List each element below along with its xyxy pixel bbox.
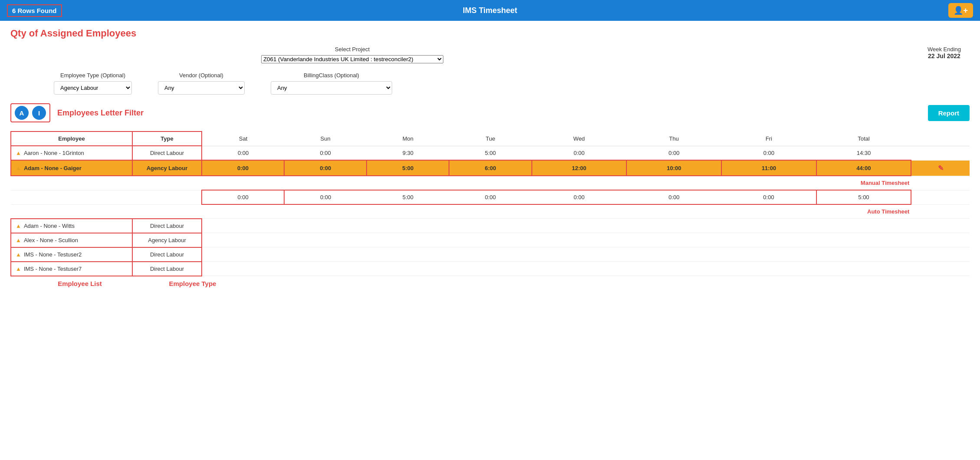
- app-header: 6 Rows Found IMS Timesheet 👤+: [0, 0, 980, 21]
- table-row-thu: 0:00: [626, 146, 721, 160]
- vendor-dropdown[interactable]: Any: [158, 81, 245, 95]
- table-row-sat: [202, 247, 284, 262]
- table-row-sun: [284, 219, 367, 233]
- table-row-type: Agency Labour: [132, 160, 202, 176]
- col-header-total: Total: [816, 131, 911, 146]
- billing-class-dropdown[interactable]: Any: [271, 81, 392, 95]
- table-row-sat: [202, 262, 284, 276]
- table-row-employee: ▲Alex - None - Scullion: [11, 233, 132, 247]
- sub-data-tue: 0:00: [449, 190, 531, 204]
- table-row-wed: [532, 219, 627, 233]
- filter-btn-i[interactable]: I: [32, 106, 46, 120]
- col-header-sun: Sun: [284, 131, 367, 146]
- employee-icon: ▲: [16, 251, 21, 258]
- table-row-total: [816, 219, 911, 233]
- table-row-total: [816, 247, 911, 262]
- employee-type-dropdown[interactable]: Agency Labour Direct Labour Any: [54, 81, 132, 95]
- sub-data-type: [132, 190, 202, 204]
- rows-found-badge: 6 Rows Found: [7, 4, 62, 17]
- table-row-sun: 0:00: [284, 146, 367, 160]
- employee-icon: ▲: [16, 223, 21, 229]
- sub-data-sun: 0:00: [284, 190, 367, 204]
- table-row-wed: 0:00: [532, 146, 627, 160]
- sub-row-type: [132, 176, 202, 190]
- table-row-wed: [532, 247, 627, 262]
- select-project-dropdown[interactable]: Z061 (Vanderlande Industries UK Limited …: [261, 55, 443, 63]
- billing-class-group: BillingClass (Optional) Any: [271, 72, 392, 95]
- filter-label: Employees Letter Filter: [57, 108, 144, 118]
- table-row-sun: 0:00: [284, 160, 367, 176]
- filter-btn-a[interactable]: A: [15, 106, 29, 120]
- table-row-total: 44:00: [816, 160, 911, 176]
- main-content: Qty of Assigned Employees Select Project…: [0, 21, 980, 460]
- table-row-sun: [284, 247, 367, 262]
- table-row-fri: 11:00: [721, 160, 816, 176]
- employee-icon: ▲: [16, 237, 21, 243]
- sub-data-employee: [11, 190, 132, 204]
- sub-data-mon: 5:00: [367, 190, 449, 204]
- table-row-action: [911, 233, 970, 247]
- auto-timesheet-label: Auto Timesheet: [202, 204, 911, 219]
- table-row-fri: [721, 233, 816, 247]
- table-row-mon: [367, 262, 449, 276]
- sub-row2-employee: [11, 204, 132, 219]
- bottom-labels: Employee List Employee Type: [10, 280, 970, 287]
- table-row-thu: [626, 233, 721, 247]
- employee-type-group: Employee Type (Optional) Agency Labour D…: [54, 72, 132, 95]
- sub-row2-type: [132, 204, 202, 219]
- table-row-action: [911, 247, 970, 262]
- timesheet-table: Employee Type Sat Sun Mon Tue Wed Thu Fr…: [10, 131, 970, 276]
- table-row-tue: [449, 247, 531, 262]
- col-header-wed: Wed: [532, 131, 627, 146]
- page-title: Qty of Assigned Employees: [10, 28, 970, 39]
- table-row-sat: [202, 219, 284, 233]
- col-header-tue: Tue: [449, 131, 531, 146]
- table-row-thu: [626, 247, 721, 262]
- table-row-mon: 5:00: [367, 160, 449, 176]
- table-row-wed: [532, 262, 627, 276]
- table-row-fri: 0:00: [721, 146, 816, 160]
- col-header-fri: Fri: [721, 131, 816, 146]
- sub-data-fri: 0:00: [721, 190, 816, 204]
- table-row-mon: [367, 247, 449, 262]
- table-row-sat: 0:00: [202, 160, 284, 176]
- col-header-sat: Sat: [202, 131, 284, 146]
- table-row-mon: [367, 233, 449, 247]
- table-row-thu: [626, 262, 721, 276]
- sub-row-employee: [11, 176, 132, 190]
- col-header-type: Type: [132, 131, 202, 146]
- table-row-tue: [449, 219, 531, 233]
- table-row-type: Agency Labour: [132, 233, 202, 247]
- table-row-type: Direct Labour: [132, 219, 202, 233]
- table-row-tue: [449, 262, 531, 276]
- edit-icon[interactable]: ✎: [938, 164, 944, 172]
- manual-timesheet-label: Manual Timesheet: [202, 176, 911, 190]
- sub-data-sat: 0:00: [202, 190, 284, 204]
- table-row-employee: ▲Aaron - None - 1Grinton: [11, 146, 132, 160]
- vendor-label: Vendor (Optional): [158, 72, 245, 79]
- table-row-tue: 5:00: [449, 146, 531, 160]
- table-row-fri: [721, 247, 816, 262]
- add-user-button[interactable]: 👤+: [948, 3, 973, 18]
- table-row-total: [816, 233, 911, 247]
- table-row-employee: ▲IMS - None - Testuser2: [11, 247, 132, 262]
- table-row-type: Direct Labour: [132, 247, 202, 262]
- app-title: IMS Timesheet: [463, 6, 518, 15]
- table-row-tue: 6:00: [449, 160, 531, 176]
- col-header-employee: Employee: [11, 131, 132, 146]
- table-row-action: [911, 262, 970, 276]
- table-row-type: Direct Labour: [132, 262, 202, 276]
- table-row-fri: [721, 262, 816, 276]
- report-button[interactable]: Report: [928, 105, 970, 121]
- bottom-label-type: Employee Type: [149, 280, 236, 287]
- select-project-label: Select Project: [335, 46, 370, 53]
- employee-type-label: Employee Type (Optional): [54, 72, 132, 79]
- sub-data-wed: 0:00: [532, 190, 627, 204]
- table-row-action: ✎: [911, 160, 970, 176]
- week-ending-label: Week Ending: [928, 46, 961, 53]
- table-row-sat: [202, 233, 284, 247]
- table-row-mon: [367, 219, 449, 233]
- table-row-fri: [721, 219, 816, 233]
- table-row-total: [816, 262, 911, 276]
- col-header-mon: Mon: [367, 131, 449, 146]
